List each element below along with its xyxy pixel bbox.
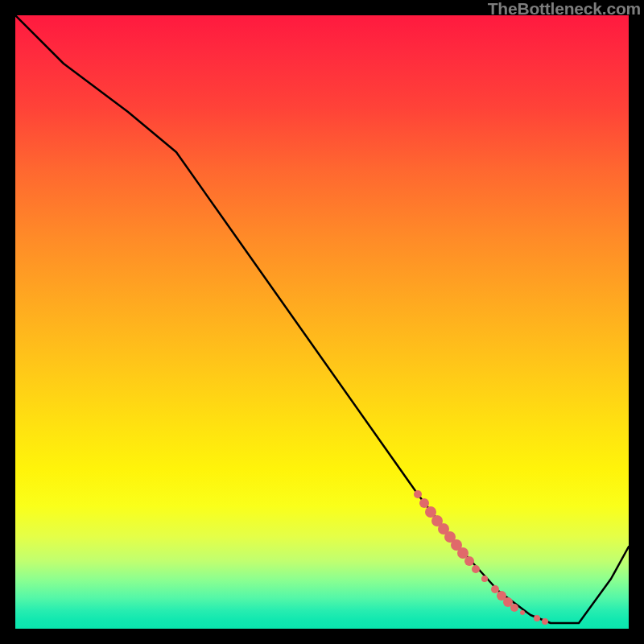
chart-svg [15, 15, 629, 629]
svg-point-17 [542, 618, 548, 625]
svg-point-15 [520, 610, 525, 615]
svg-point-8 [464, 556, 474, 566]
svg-point-14 [510, 604, 518, 612]
svg-point-0 [414, 490, 422, 498]
curve-line [15, 15, 629, 623]
svg-point-16 [534, 615, 540, 621]
chart-frame [15, 15, 629, 629]
svg-point-1 [419, 498, 429, 508]
svg-point-10 [481, 576, 488, 582]
watermark-text: TheBottleneck.com [488, 0, 641, 19]
svg-point-9 [472, 565, 480, 573]
svg-point-11 [491, 585, 499, 593]
scatter-markers [414, 490, 548, 625]
